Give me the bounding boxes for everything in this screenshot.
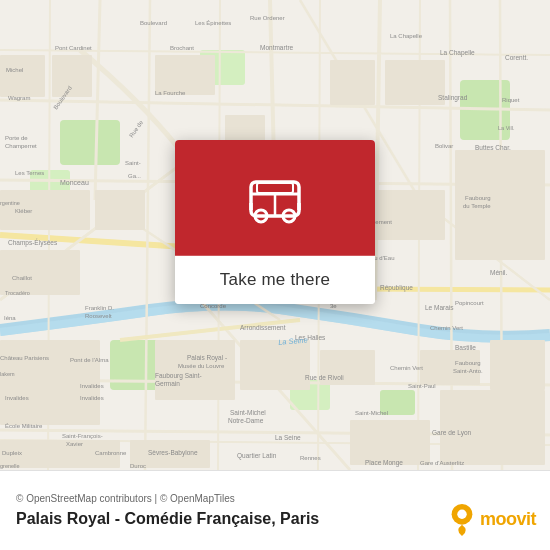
svg-text:Pont de l'Alma: Pont de l'Alma: [70, 357, 109, 363]
svg-text:Roosevelt: Roosevelt: [85, 313, 112, 319]
svg-text:Saint-Paul: Saint-Paul: [408, 383, 436, 389]
svg-text:La Chapelle: La Chapelle: [390, 33, 423, 39]
svg-rect-39: [95, 190, 145, 230]
svg-text:Saint-Anto.: Saint-Anto.: [453, 368, 483, 374]
bus-icon: [243, 168, 307, 232]
svg-text:Le Marais: Le Marais: [425, 304, 454, 311]
svg-text:Chemin Vert: Chemin Vert: [430, 325, 463, 331]
svg-text:grenelle: grenelle: [0, 463, 20, 469]
svg-text:Palais Royal -: Palais Royal -: [187, 354, 227, 362]
svg-text:Sèvres-Babylone: Sèvres-Babylone: [148, 449, 198, 457]
svg-text:Bastille: Bastille: [455, 344, 476, 351]
svg-text:Boulevard: Boulevard: [140, 20, 167, 26]
svg-text:Popincourt: Popincourt: [455, 300, 484, 306]
svg-text:Invalides: Invalides: [80, 395, 104, 401]
svg-text:Gare de Lyon: Gare de Lyon: [432, 429, 472, 437]
svg-text:Notre-Dame: Notre-Dame: [228, 417, 264, 424]
svg-text:Invalides: Invalides: [5, 395, 29, 401]
svg-text:3e: 3e: [330, 303, 337, 309]
svg-rect-38: [0, 190, 90, 230]
svg-text:Duroc: Duroc: [130, 463, 146, 469]
svg-rect-36: [330, 60, 375, 105]
map-container: Monceau Champs-Élysées Les Ternes Porte …: [0, 0, 550, 470]
svg-text:Rennes: Rennes: [300, 455, 321, 461]
svg-text:Les Ternes: Les Ternes: [15, 170, 44, 176]
svg-rect-33: [52, 55, 92, 97]
svg-text:La Vill.: La Vill.: [498, 125, 515, 131]
svg-text:Saint-Michel: Saint-Michel: [230, 409, 266, 416]
svg-text:Dupleix: Dupleix: [2, 450, 22, 456]
svg-text:Kléber: Kléber: [15, 208, 32, 214]
svg-text:Michel: Michel: [6, 67, 23, 73]
svg-rect-49: [490, 340, 545, 390]
svg-text:Ga...: Ga...: [128, 173, 141, 179]
svg-text:La Seine: La Seine: [275, 434, 301, 441]
svg-text:La Chapelle: La Chapelle: [440, 49, 475, 57]
svg-text:Saint-: Saint-: [125, 160, 141, 166]
svg-text:Germain: Germain: [155, 380, 180, 387]
svg-text:Arrondissement: Arrondissement: [240, 324, 286, 331]
moovit-logo[interactable]: moovit: [448, 502, 536, 536]
svg-text:Brochant: Brochant: [170, 45, 194, 51]
card-icon-background: [175, 140, 375, 256]
svg-text:Chaillot: Chaillot: [12, 275, 32, 281]
svg-text:Ménil.: Ménil.: [490, 269, 508, 276]
svg-text:Faubourg: Faubourg: [455, 360, 481, 366]
svg-text:Riquet: Riquet: [502, 97, 520, 103]
svg-text:rgentine: rgentine: [0, 200, 20, 206]
svg-point-154: [457, 510, 466, 519]
svg-text:Porte de: Porte de: [5, 135, 28, 141]
svg-text:Faubourg Saint-: Faubourg Saint-: [155, 372, 202, 380]
svg-rect-45: [155, 340, 235, 400]
svg-text:Rue Ordener: Rue Ordener: [250, 15, 285, 21]
svg-text:du Temple: du Temple: [463, 203, 491, 209]
svg-text:Champs-Élysées: Champs-Élysées: [8, 238, 58, 247]
svg-text:Gare d'Austerlitz: Gare d'Austerlitz: [420, 460, 464, 466]
svg-text:Iéna: Iéna: [4, 315, 16, 321]
action-card: Take me there: [175, 140, 375, 304]
svg-text:Pont Cardinet: Pont Cardinet: [55, 45, 92, 51]
svg-text:lakem: lakem: [0, 371, 15, 377]
svg-text:Cambronne: Cambronne: [95, 450, 127, 456]
svg-text:La Fourche: La Fourche: [155, 90, 186, 96]
svg-text:Chemin Vert: Chemin Vert: [390, 365, 423, 371]
svg-text:Saint-François-: Saint-François-: [62, 433, 103, 439]
svg-text:Quartier Latin: Quartier Latin: [237, 452, 277, 460]
svg-rect-53: [440, 390, 545, 465]
svg-text:Montmartre: Montmartre: [260, 44, 294, 51]
svg-text:Xavier: Xavier: [66, 441, 83, 447]
svg-text:Rue de Rivoli: Rue de Rivoli: [305, 374, 344, 381]
svg-text:Place Monge: Place Monge: [365, 459, 403, 467]
svg-text:Invalides: Invalides: [80, 383, 104, 389]
svg-rect-32: [0, 55, 45, 97]
svg-rect-1: [60, 120, 120, 165]
moovit-brand-text: moovit: [480, 509, 536, 530]
svg-text:Château Parisiens: Château Parisiens: [0, 355, 49, 361]
svg-text:Corentt.: Corentt.: [505, 54, 528, 61]
svg-text:Trocadéro: Trocadéro: [5, 290, 30, 296]
svg-rect-43: [455, 200, 545, 260]
svg-text:République: République: [380, 284, 413, 292]
svg-text:Franklin D.: Franklin D.: [85, 305, 114, 311]
svg-rect-40: [0, 250, 80, 295]
svg-text:Saint-Michel: Saint-Michel: [355, 410, 388, 416]
svg-text:École Militaire: École Militaire: [5, 423, 43, 429]
svg-rect-37: [385, 60, 445, 105]
svg-text:Faubourg: Faubourg: [465, 195, 491, 201]
bottom-bar: © OpenStreetMap contributors | © OpenMap…: [0, 470, 550, 550]
svg-rect-46: [240, 340, 310, 390]
svg-text:Bolivar: Bolivar: [435, 143, 453, 149]
svg-text:Wagram: Wagram: [8, 95, 30, 101]
svg-text:Concorde: Concorde: [200, 303, 227, 309]
svg-text:Monceau: Monceau: [60, 179, 89, 186]
moovit-pin-icon: [448, 502, 476, 536]
svg-rect-147: [257, 183, 293, 193]
svg-text:Stalingrad: Stalingrad: [438, 94, 468, 102]
svg-text:Les Épinettes: Les Épinettes: [195, 20, 231, 26]
svg-text:Musée du Louvre: Musée du Louvre: [178, 363, 225, 369]
take-me-there-button[interactable]: Take me there: [175, 256, 375, 304]
svg-rect-34: [155, 55, 215, 95]
svg-text:Champerret: Champerret: [5, 143, 37, 149]
svg-text:Buttes Char.: Buttes Char.: [475, 144, 511, 151]
